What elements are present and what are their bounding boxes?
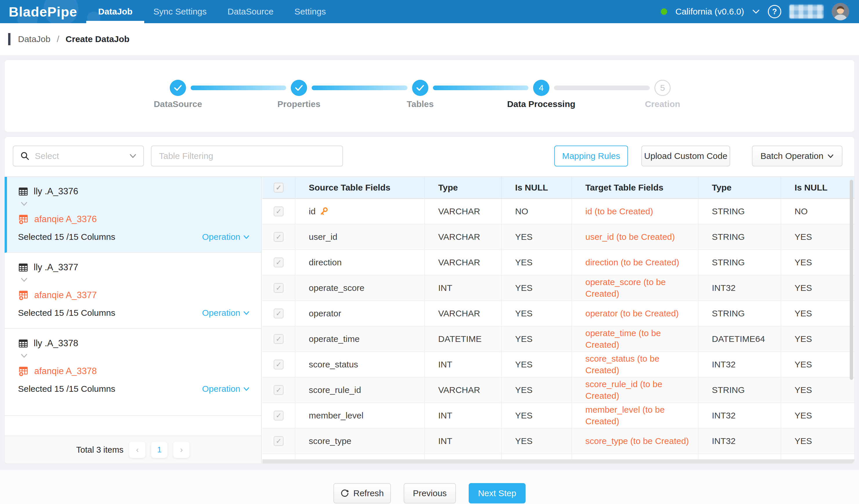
operation-dropdown-link[interactable]: Operation [202,308,250,318]
target-table-name-row: afanqie A_3376 [18,213,250,226]
avatar-face-icon [832,3,849,20]
target-field-cell[interactable]: user_id (to be Created) [572,224,698,250]
step-tables-circle[interactable] [412,80,428,96]
select-placeholder: Select [35,151,124,161]
source-type-cell: VARCHAR [425,250,502,275]
target-field-cell[interactable]: id (to be Created) [572,199,698,224]
next-step-button[interactable]: Next Step [469,483,526,503]
source-field-cell: operate_score [296,275,425,301]
table-select-dropdown[interactable]: Select [13,145,144,167]
table-list-item[interactable]: lly .A_3378afanqie A_3378Selected 15 /15… [5,329,261,416]
help-icon[interactable]: ? [768,5,781,18]
username-masked [789,5,824,18]
user-avatar[interactable] [832,3,849,20]
target-isnull-cell: YES [781,275,854,301]
status-dot-icon [661,9,667,15]
checkbox[interactable]: ✓ [274,436,284,446]
mapping-expand-toggle[interactable] [20,201,250,208]
field-row-score-rule-id: ✓score_rule_idVARCHARYESscore_rule_id (t… [262,378,854,403]
step-tables-label: Tables [368,99,472,109]
horizontal-scrollbar[interactable] [262,459,854,463]
target-isnull-cell: YES [781,250,854,275]
operation-dropdown-link[interactable]: Operation [202,232,250,242]
checkbox[interactable]: ✓ [274,309,284,318]
step-data-processing-circle[interactable]: 4 [533,80,549,96]
checkbox[interactable]: ✓ [274,206,284,216]
nav-tab-datasource[interactable]: DataSource [227,0,273,23]
mapping-expand-toggle[interactable] [20,353,250,360]
step-properties-circle[interactable] [291,80,307,96]
checkbox[interactable]: ✓ [274,360,284,369]
target-field-cell[interactable]: score_rule_id (to be Created) [572,378,698,403]
checkbox[interactable]: ✓ [274,411,284,421]
source-isnull-cell: YES [502,301,572,327]
refresh-button[interactable]: Refresh [333,483,391,503]
target-isnull-cell: YES [781,378,854,403]
target-field-cell[interactable]: score_type (to be Created) [572,429,698,454]
expand-chevron-icon[interactable] [20,353,28,359]
pagination-prev-button[interactable]: ‹ [129,442,146,458]
target-field-cell[interactable]: member_level (to be Created) [572,403,698,429]
table-list-item[interactable]: lly .A_3377afanqie A_3377Selected 15 /15… [5,253,261,329]
step-creation-circle[interactable]: 5 [654,80,670,96]
target-table-name: afanqie A_3377 [34,290,97,300]
vertical-scrollbar[interactable] [850,180,853,380]
chevron-down-icon [130,154,136,158]
list-pagination: Total 3 items‹1› [5,436,261,463]
source-table-name-row: lly .A_3378 [18,337,250,350]
operation-dropdown-link[interactable]: Operation [202,384,250,394]
selected-columns-count: Selected 15 /15 Columns [18,384,115,394]
source-field-cell: score_rule_id [296,378,425,403]
checkbox[interactable]: ✓ [274,334,284,344]
panel-filler [5,416,261,436]
target-field-cell[interactable]: operate_time (to be Created) [572,327,698,352]
target-isnull-cell: YES [781,352,854,378]
source-table-icon [18,338,28,349]
source-field-cell: user_id [296,224,425,250]
expand-chevron-icon[interactable] [20,277,28,282]
source-field-cell: id [296,199,425,224]
step-datasource-circle[interactable] [170,80,186,96]
target-table-name-row: afanqie A_3378 [18,365,250,378]
nav-tab-sync-settings[interactable]: Sync Settings [153,0,207,23]
expand-chevron-icon[interactable] [20,201,28,206]
mapping-expand-toggle[interactable] [20,277,250,284]
source-type-cell: VARCHAR [425,301,502,327]
source-isnull-cell: YES [502,429,572,454]
header-target-table-fields-3: Target Table Fields [572,177,698,199]
target-field-cell[interactable]: direction (to be Created) [572,250,698,275]
step-connector [433,85,528,90]
source-type-cell: VARCHAR [425,378,502,403]
breadcrumb-datajob[interactable]: DataJob [18,34,50,44]
nav-tab-datajob[interactable]: DataJob [98,0,132,23]
batch-operation-button[interactable]: Batch Operation [752,145,842,167]
nav-tab-settings[interactable]: Settings [294,0,326,23]
mapping-rules-button[interactable]: Mapping Rules [554,145,628,167]
target-type-cell: INT32 [698,429,781,454]
row-select-cell: ✓ [262,275,296,301]
checkbox[interactable]: ✓ [274,232,284,242]
checkbox[interactable]: ✓ [274,257,284,267]
step-creation-label: Creation [610,99,715,109]
previous-button[interactable]: Previous [404,483,456,503]
table-list-panel: lly .A_3376afanqie A_3376Selected 15 /15… [5,177,262,463]
wizard-stepper: DataSourcePropertiesTables4Data Processi… [5,60,854,132]
step-datasource-label: DataSource [126,99,230,109]
upload-custom-code-button[interactable]: Upload Custom Code [641,145,730,167]
target-field-cell[interactable]: score_status (to be Created) [572,352,698,378]
checkbox[interactable]: ✓ [274,385,284,395]
target-field-cell[interactable]: operate_score (to be Created) [572,275,698,301]
field-row-operator: ✓operatorVARCHARYESoperator (to be Creat… [262,301,854,327]
cluster-version-label[interactable]: California (v0.6.0) [675,7,744,17]
checkbox[interactable]: ✓ [274,183,284,192]
target-field-cell[interactable]: operator (to be Created) [572,301,698,327]
batch-operation-label: Batch Operation [760,151,824,161]
selected-columns-count: Selected 15 /15 Columns [18,232,115,242]
target-type-cell: STRING [698,224,781,250]
pagination-next-button[interactable]: › [173,442,190,458]
table-filtering-input[interactable] [151,145,343,167]
table-list-item[interactable]: lly .A_3376afanqie A_3376Selected 15 /15… [5,177,261,253]
pagination-page-1-button[interactable]: 1 [151,442,167,458]
chevron-down-icon[interactable] [752,9,760,14]
checkbox[interactable]: ✓ [274,283,284,293]
